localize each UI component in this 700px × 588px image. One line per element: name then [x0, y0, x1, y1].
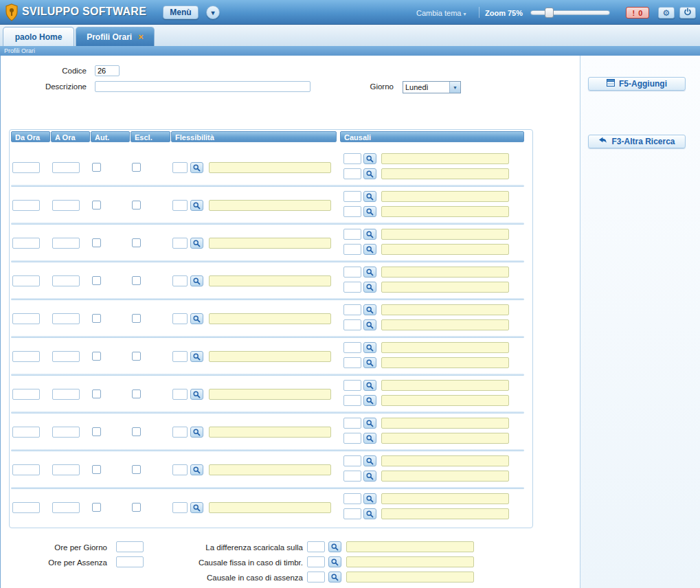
escl-checkbox[interactable]: [132, 352, 141, 361]
close-icon[interactable]: ×: [138, 32, 144, 42]
da-ora-input[interactable]: [12, 238, 40, 249]
causale-2-code-input[interactable]: [343, 206, 361, 217]
causale-2-code-input[interactable]: [343, 319, 361, 330]
flessibilita-search-button[interactable]: [190, 351, 203, 362]
descrizione-input[interactable]: [95, 81, 311, 92]
menu-button[interactable]: Menù: [163, 5, 199, 19]
causale-1-code-input[interactable]: [343, 229, 361, 240]
a-ora-input[interactable]: [52, 275, 80, 286]
alerts-button[interactable]: ! 0: [626, 7, 649, 19]
escl-checkbox[interactable]: [132, 238, 141, 247]
causale-1-search-button[interactable]: [363, 342, 376, 353]
causale-2-search-button[interactable]: [363, 433, 376, 444]
da-ora-input[interactable]: [12, 351, 40, 362]
escl-checkbox[interactable]: [132, 503, 141, 512]
causale-1-code-input[interactable]: [343, 267, 361, 278]
da-ora-input[interactable]: [12, 200, 40, 211]
causale-2-code-input[interactable]: [343, 168, 361, 179]
aut-checkbox[interactable]: [92, 389, 101, 398]
aut-checkbox[interactable]: [92, 201, 101, 210]
flessibilita-search-button[interactable]: [190, 502, 203, 513]
aut-checkbox[interactable]: [92, 465, 101, 474]
a-ora-input[interactable]: [52, 162, 80, 173]
flessibilita-code-input[interactable]: [172, 351, 188, 362]
da-ora-input[interactable]: [12, 275, 40, 286]
causale-2-search-button[interactable]: [363, 471, 376, 482]
causale-1-search-button[interactable]: [363, 493, 376, 504]
causale-assenza-search-button[interactable]: [328, 572, 341, 583]
causale-2-code-input[interactable]: [343, 471, 361, 482]
settings-button[interactable]: ⚙: [658, 7, 675, 19]
causale-timbr-code-input[interactable]: [307, 556, 325, 567]
aut-checkbox[interactable]: [92, 163, 101, 172]
causale-2-search-button[interactable]: [363, 319, 376, 330]
causale-1-code-input[interactable]: [343, 493, 361, 504]
causale-1-search-button[interactable]: [363, 380, 376, 391]
flessibilita-search-button[interactable]: [190, 313, 203, 324]
tab-paolo-home[interactable]: paolo Home: [3, 27, 74, 46]
causale-1-code-input[interactable]: [343, 380, 361, 391]
a-ora-input[interactable]: [52, 313, 80, 324]
flessibilita-code-input[interactable]: [172, 389, 188, 400]
flessibilita-code-input[interactable]: [172, 427, 188, 438]
escl-checkbox[interactable]: [132, 389, 141, 398]
causale-2-search-button[interactable]: [363, 357, 376, 368]
da-ora-input[interactable]: [12, 502, 40, 513]
causale-1-code-input[interactable]: [343, 418, 361, 429]
causale-timbr-search-button[interactable]: [328, 556, 341, 567]
flessibilita-search-button[interactable]: [190, 464, 203, 475]
da-ora-input[interactable]: [12, 427, 40, 438]
causale-2-search-button[interactable]: [363, 244, 376, 255]
a-ora-input[interactable]: [52, 502, 80, 513]
causale-2-code-input[interactable]: [343, 357, 361, 368]
f5-aggiungi-button[interactable]: F5-Aggiungi: [588, 77, 686, 91]
flessibilita-code-input[interactable]: [172, 464, 188, 475]
flessibilita-search-button[interactable]: [190, 162, 203, 173]
codice-input[interactable]: [95, 65, 120, 76]
aut-checkbox[interactable]: [92, 276, 101, 285]
zoom-slider-handle[interactable]: [545, 8, 554, 18]
causale-1-code-input[interactable]: [343, 455, 361, 466]
causale-2-code-input[interactable]: [343, 282, 361, 293]
a-ora-input[interactable]: [52, 351, 80, 362]
flessibilita-code-input[interactable]: [172, 313, 188, 324]
flessibilita-search-button[interactable]: [190, 389, 203, 400]
a-ora-input[interactable]: [52, 200, 80, 211]
causale-2-search-button[interactable]: [363, 395, 376, 406]
logout-button[interactable]: [679, 7, 696, 19]
escl-checkbox[interactable]: [132, 314, 141, 323]
giorno-select[interactable]: Lunedì ▼: [403, 81, 461, 93]
escl-checkbox[interactable]: [132, 465, 141, 474]
causale-2-code-input[interactable]: [343, 508, 361, 519]
aut-checkbox[interactable]: [92, 314, 101, 323]
causale-1-code-input[interactable]: [343, 191, 361, 202]
a-ora-input[interactable]: [52, 238, 80, 249]
flessibilita-search-button[interactable]: [190, 238, 203, 249]
da-ora-input[interactable]: [12, 389, 40, 400]
flessibilita-code-input[interactable]: [172, 502, 188, 513]
aut-checkbox[interactable]: [92, 503, 101, 512]
causale-1-code-input[interactable]: [343, 153, 361, 164]
causale-assenza-code-input[interactable]: [307, 572, 325, 583]
causale-1-code-input[interactable]: [343, 342, 361, 353]
causale-2-search-button[interactable]: [363, 168, 376, 179]
chevron-down-icon[interactable]: ▾: [206, 5, 220, 19]
tab-profili-orari[interactable]: Profili Orari ×: [76, 27, 155, 46]
causale-2-search-button[interactable]: [363, 508, 376, 519]
da-ora-input[interactable]: [12, 464, 40, 475]
flessibilita-code-input[interactable]: [172, 162, 188, 173]
causale-1-search-button[interactable]: [363, 304, 376, 315]
causale-2-search-button[interactable]: [363, 206, 376, 217]
flessibilita-search-button[interactable]: [190, 275, 203, 286]
differenza-code-input[interactable]: [307, 541, 325, 552]
causale-1-search-button[interactable]: [363, 153, 376, 164]
a-ora-input[interactable]: [52, 464, 80, 475]
select-arrow-icon[interactable]: ▼: [449, 82, 460, 93]
causale-2-code-input[interactable]: [343, 244, 361, 255]
escl-checkbox[interactable]: [132, 163, 141, 172]
aut-checkbox[interactable]: [92, 427, 101, 436]
ore-per-assenza-input[interactable]: [116, 556, 144, 567]
flessibilita-code-input[interactable]: [172, 200, 188, 211]
da-ora-input[interactable]: [12, 313, 40, 324]
escl-checkbox[interactable]: [132, 427, 141, 436]
